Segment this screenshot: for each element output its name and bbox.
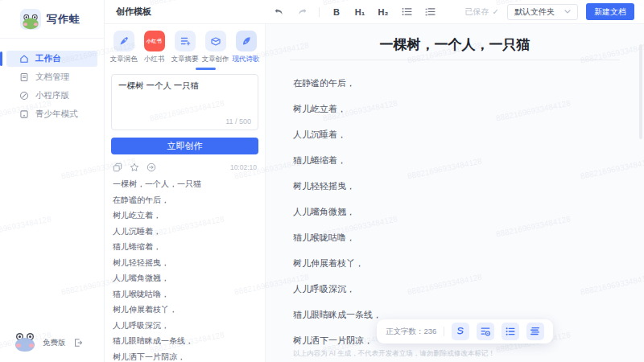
poem-line: 猫儿蜷缩着， [293,155,617,165]
heading2-button[interactable]: H₂ [377,6,390,19]
poem-line: 一棵树，一个人，一只猫 [113,180,257,188]
vertical-scrollbar[interactable] [639,44,642,139]
poem-line: 猫儿蜷缩着， [113,243,257,251]
logout-icon[interactable] [73,338,83,348]
new-document-button[interactable]: 新建文档 [586,3,634,20]
bullet-list-icon[interactable] [502,323,519,340]
app-logo: 写作蛙 [0,0,104,39]
sidebar-item-label: 文档管理 [35,72,69,83]
app-title: 写作蛙 [47,12,80,27]
format-layout-icon[interactable] [526,323,544,340]
plan-badge: 免费版 [43,338,66,348]
poem-line: 人儿呼吸深沉， [113,322,257,330]
poem-line: 猫儿喉咙咕噜， [293,232,617,242]
app-window: 8882169693348412888821696933484128888216… [0,0,644,362]
insert-arrow-icon[interactable] [147,162,156,172]
bold-button[interactable]: B [330,6,343,19]
sidebar-item-label: 小程序版 [35,90,69,101]
sidebar: 写作蛙 工作台 文档管理 小程序版 青少年模式 免费版 [0,0,105,362]
document-body[interactable]: 在静谧的午后，树儿屹立着，人儿沉睡着，猫儿蜷缩着，树儿轻轻摇曳，人儿嘴角微翘，猫… [266,60,644,345]
top-toolbar: 创作模板 B H₁ H₂ 已保存✓ 默认文件夹 [105,0,644,24]
xiaohongshu-icon: 小红书 [144,31,165,51]
frog-logo-icon [20,9,41,30]
prompt-box: 一棵树 一个人 一只猫 11 / 500 [111,74,258,130]
document-icon [19,72,29,82]
teen-mode-icon [19,109,29,119]
history-list-icon[interactable] [477,323,494,340]
poem-line: 人儿沉睡着， [113,228,257,236]
sidebar-item-label: 青少年模式 [35,109,78,120]
poem-line: 猫儿眼睛眯成一条线， [113,337,257,345]
folder-value: 默认文件夹 [514,6,555,18]
poem-line: 猫儿喉咙咕噜， [113,290,257,298]
result-text: 一棵树，一个人，一只猫在静谧的午后，树儿屹立着，人儿沉睡着，猫儿蜷缩着，树儿轻轻… [113,180,257,361]
create-now-button[interactable]: 立即创作 [111,138,258,154]
ai-disclaimer: 以上内容为 AI 生成，不代表开发者立场，请勿删除或修改本标记！ [293,349,495,359]
poem-line: 在静谧的午后， [293,78,617,88]
floating-toolbar: 正文字数：236 [377,319,553,343]
poem-line: 树儿屹立着， [113,212,257,220]
frog-avatar [14,333,35,352]
tab-article-creation[interactable]: 文章创作 [200,31,230,64]
composer: 一棵树 一个人 一只猫 11 / 500 立即创作 [105,70,265,154]
copy-icon[interactable] [113,162,122,172]
result-actions: 10:02:10 [113,162,257,172]
poem-line: 树儿伸展着枝丫， [113,306,257,314]
poem-line: 在静谧的午后， [113,196,257,204]
rewrite-icon[interactable] [452,323,469,340]
quill-icon [236,31,257,51]
save-status: 已保存✓ [465,6,499,18]
sidebar-item-workbench[interactable]: 工作台 [6,51,97,67]
undo-icon[interactable] [272,6,285,19]
poem-line: 人儿嘴角微翘， [113,274,257,282]
chevron-down-icon [564,10,571,14]
tab-article-summary[interactable]: 文章摘要 [170,31,200,64]
poem-line: 树儿洒下一片阴凉， [113,353,257,361]
toolbar-divider [319,7,320,17]
word-count: 正文字数：236 [386,327,436,337]
poem-line: 人儿嘴角微翘， [293,207,617,216]
result-timestamp: 10:02:10 [230,163,257,171]
poem-line: 树儿伸展着枝丫， [293,258,617,268]
sidebar-item-documents[interactable]: 文档管理 [6,69,97,85]
folder-dropdown[interactable]: 默认文件夹 [507,4,578,20]
sidebar-item-teen-mode[interactable]: 青少年模式 [6,106,97,122]
template-panel: 文章润色 小红书 小红书 文章摘要 文章创作 [105,24,266,362]
sidebar-footer: 免费版 [0,333,104,352]
heading1-button[interactable]: H₁ [353,6,366,19]
tab-article-polish[interactable]: 文章润色 [109,31,138,64]
box-icon [205,31,226,51]
poem-line: 猫儿眼睛眯成一条线， [293,310,617,319]
sidebar-item-label: 工作台 [35,53,61,64]
poem-line: 人儿沉睡着， [293,130,617,139]
prompt-input[interactable]: 一棵树 一个人 一只猫 [112,75,258,115]
poem-line: 树儿屹立着， [293,104,617,113]
poem-line: 人儿呼吸深沉， [293,284,617,294]
editor-pane: 一棵树，一个人，一只猫 在静谧的午后，树儿屹立着，人儿沉睡着，猫儿蜷缩着，树儿轻… [266,24,644,362]
bullet-list-icon[interactable] [400,6,413,19]
summary-icon [175,31,196,51]
compass-icon [19,91,29,101]
generation-result: 10:02:10 一棵树，一个人，一只猫在静谧的午后，树儿屹立着，人儿沉睡着，猫… [105,154,265,361]
home-icon [19,54,29,64]
page-title: 创作模板 [116,6,151,18]
star-icon[interactable] [130,162,139,172]
template-tabs: 文章润色 小红书 小红书 文章摘要 文章创作 [105,24,265,64]
tab-xiaohongshu[interactable]: 小红书 小红书 [139,31,169,64]
poem-line: 树儿轻轻摇曳， [293,181,617,191]
sidebar-menu: 工作台 文档管理 小程序版 青少年模式 [0,39,104,122]
ordered-list-icon[interactable] [423,6,436,19]
pen-icon [114,31,134,51]
redo-icon[interactable] [295,6,308,19]
char-counter: 11 / 500 [225,117,251,125]
toolbar-divider [444,327,444,336]
sidebar-item-miniprogram[interactable]: 小程序版 [6,88,97,104]
check-icon: ✓ [493,7,499,16]
tab-modern-poetry[interactable]: 现代诗歌 [231,31,261,64]
format-toolbar: B H₁ H₂ [272,6,436,19]
document-title[interactable]: 一棵树，一个人，一只猫 [266,37,644,53]
topbar-right: 已保存✓ 默认文件夹 新建文档 [465,3,644,20]
poem-line: 树儿轻轻摇曳， [113,259,257,267]
